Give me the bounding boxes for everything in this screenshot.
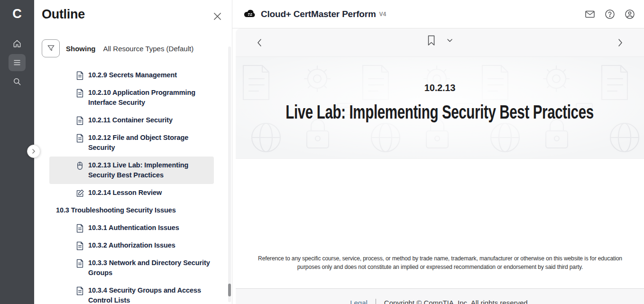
outline-item-label: 10.2.12 File and Object Storage Security bbox=[88, 133, 212, 153]
banner-text: 10.2.13 Live Lab: Implementing Security … bbox=[236, 57, 644, 158]
copyright-text: Copyright © CompTIA, Inc. All rights res… bbox=[384, 299, 530, 304]
close-icon bbox=[213, 12, 221, 20]
help-button[interactable] bbox=[604, 9, 616, 20]
panel-collapse-toggle[interactable] bbox=[27, 145, 40, 158]
help-icon bbox=[604, 9, 616, 20]
menu-icon bbox=[9, 54, 26, 71]
footer-divider bbox=[376, 299, 376, 304]
legal-link[interactable]: Legal bbox=[350, 299, 368, 304]
outline-item-label: 10.3.4 Security Groups and Access Contro… bbox=[88, 286, 212, 304]
document-icon bbox=[76, 89, 84, 98]
document-icon bbox=[76, 116, 84, 125]
mouse-icon bbox=[76, 161, 84, 170]
profile-icon bbox=[624, 9, 635, 20]
resource-filter-row: Showing All Resource Types (Default) bbox=[42, 39, 193, 57]
outline-item-label: 10.2.10 Application Programming Interfac… bbox=[88, 88, 212, 108]
disclaimer-text: Reference to any specific course, servic… bbox=[257, 254, 623, 271]
outline-item-label: 10.2.9 Secrets Management bbox=[88, 70, 177, 80]
home-icon bbox=[9, 35, 26, 52]
page-footer: Legal Copyright © CompTIA, Inc. All righ… bbox=[236, 288, 644, 304]
document-icon bbox=[76, 259, 84, 268]
document-icon bbox=[76, 241, 84, 250]
resource-filter-value[interactable]: All Resource Types (Default) bbox=[103, 45, 194, 53]
close-outline-button[interactable] bbox=[212, 11, 222, 21]
document-icon bbox=[76, 134, 84, 143]
outline-item[interactable]: 10.2.13 Live Lab: Implementing Security … bbox=[49, 157, 214, 184]
outline-item[interactable]: 10.3.3 Network and Directory Security Gr… bbox=[49, 254, 214, 282]
outline-item[interactable]: 10.3.2 Authorization Issues bbox=[49, 237, 214, 254]
lesson-navbar bbox=[236, 28, 644, 57]
outline-section-header[interactable]: 10.3 Troubleshooting Security Issues bbox=[49, 202, 214, 219]
app-title: Cloud+ CertMaster Perform bbox=[261, 9, 376, 19]
outline-item-label: 10.2.14 Lesson Review bbox=[88, 188, 162, 198]
outline-item[interactable]: 10.2.10 Application Programming Interfac… bbox=[49, 84, 214, 111]
document-icon bbox=[76, 71, 84, 80]
outline-item-label: 10.3.1 Authentication Issues bbox=[88, 223, 179, 233]
chevron-left-icon bbox=[257, 38, 262, 47]
outline-list: 10.2.9 Secrets Management10.2.10 Applica… bbox=[34, 66, 232, 304]
showing-label: Showing bbox=[66, 45, 96, 53]
outline-item-label: 10.2.13 Live Lab: Implementing Security … bbox=[88, 160, 212, 180]
outline-item[interactable]: 10.2.9 Secrets Management bbox=[49, 66, 214, 84]
outline-item[interactable]: 10.2.14 Lesson Review bbox=[49, 184, 214, 202]
outline-item[interactable]: 10.2.11 Container Security bbox=[49, 111, 214, 129]
next-lesson-button[interactable] bbox=[615, 37, 626, 48]
comptia-logo[interactable]: C bbox=[0, 0, 34, 28]
lesson-card: 10.2.13 Live Lab: Implementing Security … bbox=[236, 28, 644, 288]
bookmark-controls bbox=[427, 35, 453, 46]
outline-panel: Outline Showing All Resource Types (Defa… bbox=[34, 0, 232, 304]
profile-button[interactable] bbox=[624, 9, 635, 20]
rail-outline-button[interactable] bbox=[0, 53, 34, 72]
lesson-banner: 10.2.13 Live Lab: Implementing Security … bbox=[236, 57, 644, 159]
document-icon bbox=[76, 286, 84, 295]
brand: Cloud+ CertMaster Perform V4 bbox=[243, 9, 386, 19]
bookmark-menu-button[interactable] bbox=[447, 38, 453, 43]
outline-item-label: 10.3 Troubleshooting Security Issues bbox=[56, 205, 176, 215]
app-version: V4 bbox=[379, 11, 386, 18]
mail-icon bbox=[584, 9, 596, 20]
app-header: Cloud+ CertMaster Perform V4 bbox=[232, 0, 644, 28]
search-icon bbox=[9, 73, 26, 90]
outline-scrollbar-track[interactable] bbox=[228, 46, 231, 302]
cloud-icon bbox=[243, 9, 256, 19]
bookmark-button[interactable] bbox=[427, 35, 435, 46]
filter-button[interactable] bbox=[42, 39, 60, 57]
app-root: C Outline Showing bbox=[0, 0, 644, 304]
bookmark-icon bbox=[427, 35, 435, 46]
outline-item[interactable]: 10.3.1 Authentication Issues bbox=[49, 219, 214, 237]
outline-item-label: 10.3.2 Authorization Issues bbox=[88, 240, 175, 250]
mail-button[interactable] bbox=[584, 9, 596, 20]
funnel-icon bbox=[46, 44, 55, 53]
chevron-right-icon bbox=[31, 148, 36, 154]
chevron-down-icon bbox=[447, 38, 453, 43]
chevron-right-icon bbox=[617, 38, 623, 47]
rail-search-button[interactable] bbox=[0, 72, 34, 91]
outline-scrollbar-thumb[interactable] bbox=[228, 284, 231, 296]
edit-icon bbox=[76, 189, 84, 198]
outline-item[interactable]: 10.2.12 File and Object Storage Security bbox=[49, 129, 214, 157]
main-content: Cloud+ CertMaster Perform V4 bbox=[232, 0, 644, 304]
outline-panel-title: Outline bbox=[42, 7, 85, 22]
outline-item[interactable]: 10.3.4 Security Groups and Access Contro… bbox=[49, 282, 214, 304]
outline-item-label: 10.2.11 Container Security bbox=[88, 115, 173, 125]
document-icon bbox=[76, 224, 84, 233]
lesson-title: Live Lab: Implementing Security Best Pra… bbox=[286, 101, 594, 123]
rail-home-button[interactable] bbox=[0, 34, 34, 53]
footer-content: Legal Copyright © CompTIA, Inc. All righ… bbox=[236, 299, 644, 304]
outline-item-label: 10.3.3 Network and Directory Security Gr… bbox=[88, 258, 212, 278]
previous-lesson-button[interactable] bbox=[254, 37, 265, 48]
header-actions bbox=[584, 9, 635, 20]
lesson-number: 10.2.13 bbox=[424, 83, 455, 93]
